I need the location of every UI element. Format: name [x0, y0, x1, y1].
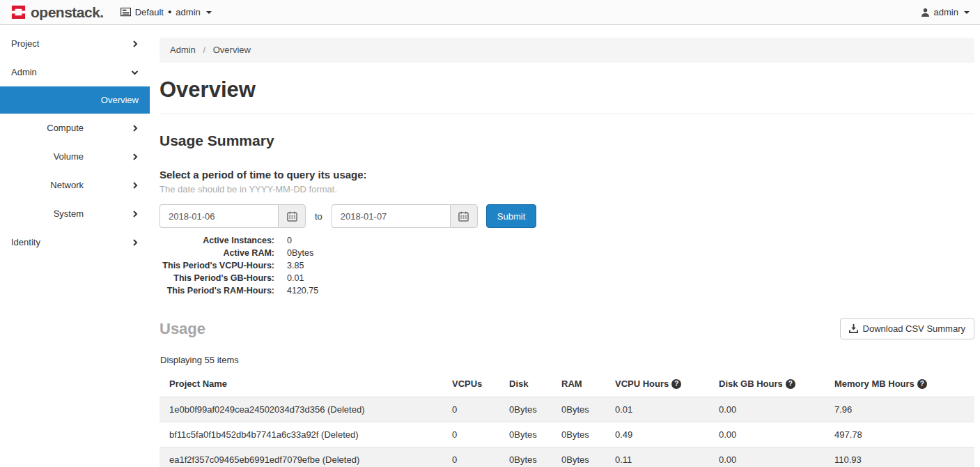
stat-label: This Period's GB-Hours: — [160, 273, 274, 284]
download-icon — [849, 324, 858, 333]
date-range-form: to Submit — [160, 204, 974, 228]
chevron-right-icon — [132, 239, 139, 246]
usage-summary-title: Usage Summary — [160, 132, 974, 149]
dot-separator-icon: ● — [168, 9, 171, 15]
col-disk-gb-hours[interactable]: Disk GB Hours? — [713, 372, 829, 397]
context-domain: Default — [135, 7, 164, 17]
context-project: admin — [176, 7, 200, 17]
sidebar-item-admin[interactable]: Admin — [0, 58, 150, 86]
chevron-right-icon — [132, 153, 139, 160]
col-vcpus[interactable]: VCPUs — [446, 372, 504, 397]
domain-icon — [120, 8, 131, 17]
sidebar-item-label: Compute — [47, 123, 84, 133]
main-content: Admin / Overview Overview Usage Summary … — [150, 25, 980, 467]
usage-stats: Active Instances: 0 Active RAM: 0Bytes T… — [160, 235, 974, 297]
table-row: bf11c5fa0f1b452db4b7741a6c33a92f (Delete… — [160, 422, 974, 447]
page-title: Overview — [160, 77, 974, 102]
cell-ram: 0Bytes — [556, 397, 609, 422]
cell-disk-gb-hours: 0.00 — [713, 397, 829, 422]
stat-value: 4120.75 — [287, 285, 974, 297]
calendar-icon-button[interactable] — [278, 204, 306, 228]
user-menu[interactable]: admin — [921, 7, 970, 17]
chevron-right-icon — [132, 210, 139, 217]
sidebar-item-label: Identity — [11, 237, 40, 247]
cell-vcpus: 0 — [446, 397, 504, 422]
chevron-right-icon — [132, 125, 139, 132]
date-to-input[interactable] — [332, 204, 450, 228]
cell-memory-mb-hours: 497.78 — [829, 422, 974, 447]
col-ram[interactable]: RAM — [556, 372, 609, 397]
table-row: 1e0b0f99af0249cea24502034d73d356 (Delete… — [160, 397, 974, 422]
cell-ram: 0Bytes — [556, 447, 609, 467]
breadcrumb: Admin / Overview — [160, 38, 974, 63]
cell-disk-gb-hours: 0.00 — [713, 422, 829, 447]
sidebar-item-identity[interactable]: Identity — [0, 228, 150, 257]
date-to-group — [332, 204, 478, 228]
download-csv-button[interactable]: Download CSV Summary — [840, 318, 974, 339]
cell-disk: 0Bytes — [504, 422, 556, 447]
stat-value: 0.01 — [287, 273, 974, 284]
sidebar-item-project[interactable]: Project — [0, 29, 150, 58]
cell-project-name: bf11c5fa0f1b452db4b7741a6c33a92f (Delete… — [160, 422, 446, 447]
query-hint: The date should be in YYYY-MM-DD format. — [160, 184, 974, 194]
col-vcpu-hours[interactable]: VCPU Hours? — [609, 372, 713, 397]
cell-vcpu-hours: 0.11 — [609, 447, 713, 467]
chevron-down-icon — [964, 11, 970, 14]
cell-disk-gb-hours: 0.00 — [713, 447, 829, 467]
items-count: Displaying 55 items — [160, 355, 974, 365]
cell-disk: 0Bytes — [504, 447, 556, 467]
breadcrumb-link-admin[interactable]: Admin — [170, 45, 196, 55]
cell-ram: 0Bytes — [556, 422, 609, 447]
user-name: admin — [934, 7, 958, 17]
brand-text: openstack. — [31, 4, 104, 21]
cell-disk: 0Bytes — [504, 397, 556, 422]
download-csv-label: Download CSV Summary — [863, 323, 965, 334]
help-icon[interactable]: ? — [786, 379, 795, 389]
table-row: ea1f2f357c09465eb6991edf7079efbe (Delete… — [160, 447, 974, 467]
cell-project-name: 1e0b0f99af0249cea24502034d73d356 (Delete… — [160, 397, 446, 422]
cell-vcpu-hours: 0.49 — [609, 422, 713, 447]
help-icon[interactable]: ? — [917, 379, 927, 389]
help-icon[interactable]: ? — [671, 379, 681, 389]
chevron-right-icon — [132, 40, 139, 47]
to-label: to — [315, 211, 322, 222]
sidebar-item-label: Volume — [54, 151, 84, 162]
user-icon — [921, 8, 930, 17]
openstack-logo-icon — [10, 4, 26, 20]
col-project-name[interactable]: Project Name — [160, 372, 446, 397]
sidebar-item-compute[interactable]: Compute — [0, 114, 150, 142]
usage-title: Usage — [160, 320, 205, 338]
stat-value: 3.85 — [287, 260, 974, 272]
divider — [160, 114, 974, 114]
stat-label: Active RAM: — [160, 247, 274, 259]
chevron-down-icon — [131, 69, 139, 76]
calendar-icon-button[interactable] — [450, 204, 478, 228]
sidebar-item-label: Network — [50, 180, 84, 190]
brand-link[interactable]: openstack. — [10, 4, 104, 21]
table-header-row: Project Name VCPUs Disk RAM VCPU Hours? … — [160, 372, 974, 397]
stat-value: 0 — [287, 235, 974, 247]
query-prompt: Select a period of time to query its usa… — [160, 169, 974, 181]
stat-label: This Period's VCPU-Hours: — [160, 260, 274, 272]
col-disk[interactable]: Disk — [504, 372, 556, 397]
cell-memory-mb-hours: 7.96 — [829, 397, 974, 422]
sidebar-item-overview-active[interactable]: Overview — [0, 86, 150, 114]
sidebar-item-volume[interactable]: Volume — [0, 142, 150, 171]
sidebar-item-system[interactable]: System — [0, 199, 150, 228]
breadcrumb-separator: / — [203, 45, 205, 55]
submit-button[interactable]: Submit — [486, 204, 536, 228]
usage-section-header: Usage Download CSV Summary — [160, 318, 974, 339]
sidebar-item-label: Project — [11, 38, 39, 49]
cell-vcpu-hours: 0.01 — [609, 397, 713, 422]
chevron-down-icon — [206, 11, 212, 14]
sidebar: Project Admin Overview Compute Volume Ne… — [0, 25, 150, 467]
cell-vcpus: 0 — [446, 422, 504, 447]
context-switcher[interactable]: Default ● admin — [120, 7, 212, 17]
stat-value: 0Bytes — [287, 247, 974, 259]
chevron-right-icon — [132, 182, 139, 189]
date-from-input[interactable] — [160, 204, 278, 228]
sidebar-item-label: System — [54, 208, 84, 219]
col-memory-mb-hours[interactable]: Memory MB Hours? — [829, 372, 974, 397]
stat-label: Active Instances: — [160, 235, 274, 247]
sidebar-item-network[interactable]: Network — [0, 171, 150, 199]
